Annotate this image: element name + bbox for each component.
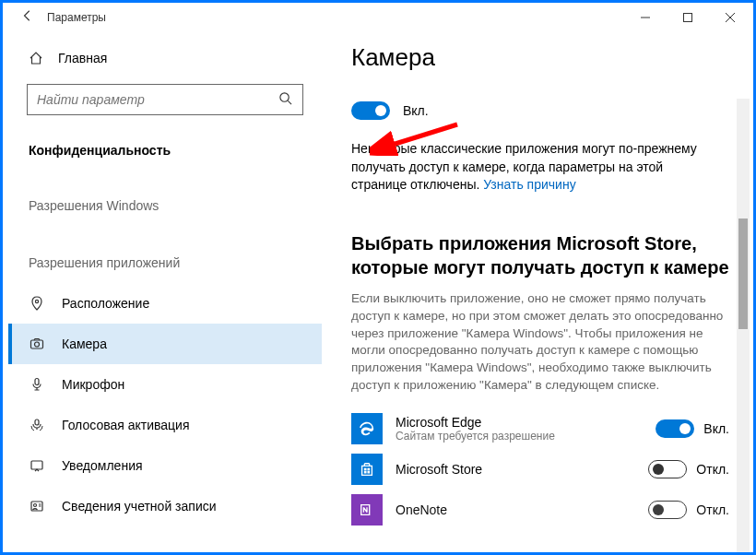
app-row-onenote: OneNote Откл. xyxy=(351,494,729,525)
camera-master-toggle[interactable] xyxy=(351,101,390,120)
app-name: OneNote xyxy=(396,502,648,517)
search-box[interactable] xyxy=(27,84,303,115)
learn-why-link[interactable]: Узнать причину xyxy=(483,177,575,192)
scrollbar[interactable] xyxy=(737,99,750,552)
sidebar-item-label: Расположение xyxy=(62,296,149,311)
svg-point-13 xyxy=(34,504,37,507)
svg-rect-11 xyxy=(31,461,42,469)
page-title: Камера xyxy=(351,43,731,72)
minimize-button[interactable] xyxy=(624,3,667,32)
apps-section-desc: Если выключить приложение, оно не сможет… xyxy=(351,290,729,395)
app-name: Microsoft Edge xyxy=(396,415,656,430)
maximize-button[interactable] xyxy=(667,3,709,32)
camera-icon xyxy=(29,337,45,351)
camera-master-toggle-label: Вкл. xyxy=(403,103,429,118)
svg-rect-15 xyxy=(367,468,370,471)
svg-point-6 xyxy=(35,300,38,302)
app-toggle-onenote[interactable] xyxy=(648,501,687,519)
notifications-icon xyxy=(29,458,45,473)
app-list: Microsoft Edge Сайтам требуется разрешен… xyxy=(351,413,729,525)
sidebar-group-windows: Разрешения Windows xyxy=(8,185,322,226)
svg-point-8 xyxy=(35,342,40,347)
home-label: Главная xyxy=(58,51,107,65)
window-title: Параметры xyxy=(47,11,106,24)
app-icon-onenote xyxy=(351,494,383,525)
notice-text: Некоторые классические приложения могут … xyxy=(351,140,720,195)
app-icon-edge xyxy=(351,413,383,444)
app-toggle-label: Вкл. xyxy=(703,421,729,436)
settings-window: Параметры Главная xyxy=(8,3,751,552)
svg-rect-7 xyxy=(31,340,43,348)
sidebar-item-location[interactable]: Расположение xyxy=(8,283,322,324)
sidebar-item-notifications[interactable]: Уведомления xyxy=(8,445,322,486)
location-icon xyxy=(29,296,45,311)
sidebar-item-label: Уведомления xyxy=(62,458,143,473)
content-panel: Камера Вкл. Некоторые классические прило… xyxy=(322,32,751,552)
app-toggle-store[interactable] xyxy=(648,460,687,478)
titlebar: Параметры xyxy=(8,3,751,32)
sidebar-group-apps: Разрешения приложений xyxy=(8,242,322,283)
svg-rect-16 xyxy=(364,471,367,474)
search-input[interactable] xyxy=(37,92,278,107)
app-row-edge: Microsoft Edge Сайтам требуется разрешен… xyxy=(351,413,729,444)
sidebar-item-microphone[interactable]: Микрофон xyxy=(8,364,322,405)
sidebar-item-label: Микрофон xyxy=(62,377,124,392)
sidebar-item-label: Сведения учетной записи xyxy=(62,499,217,514)
app-row-store: Microsoft Store Откл. xyxy=(351,454,729,485)
apps-section-title: Выбрать приложения Microsoft Store, кото… xyxy=(351,231,731,279)
sidebar-item-label: Камера xyxy=(62,337,107,351)
voice-icon xyxy=(29,418,45,432)
sidebar-item-account[interactable]: Сведения учетной записи xyxy=(8,486,322,526)
app-toggle-edge[interactable] xyxy=(656,419,694,438)
home-icon xyxy=(29,51,43,65)
back-button[interactable] xyxy=(21,9,47,26)
app-icon-store xyxy=(351,454,383,485)
sidebar-item-label: Голосовая активация xyxy=(62,418,190,432)
sidebar-item-voice[interactable]: Голосовая активация xyxy=(8,405,322,445)
app-sub: Сайтам требуется разрешение xyxy=(396,430,656,443)
search-icon xyxy=(278,91,293,109)
svg-rect-1 xyxy=(684,14,692,22)
sidebar: Главная Конфиденциальность Разрешения Wi… xyxy=(8,32,322,552)
account-icon xyxy=(29,499,45,514)
home-nav[interactable]: Главная xyxy=(8,40,322,77)
close-button[interactable] xyxy=(709,3,751,32)
svg-rect-17 xyxy=(367,471,370,474)
svg-line-5 xyxy=(288,100,291,104)
app-toggle-label: Откл. xyxy=(696,462,729,477)
svg-rect-9 xyxy=(35,379,39,385)
sidebar-item-camera[interactable]: Камера xyxy=(8,324,322,364)
app-name: Microsoft Store xyxy=(396,462,648,477)
sidebar-section: Конфиденциальность xyxy=(8,132,322,169)
microphone-icon xyxy=(29,377,45,392)
svg-point-4 xyxy=(280,92,289,100)
svg-rect-14 xyxy=(364,468,367,471)
scrollbar-thumb[interactable] xyxy=(738,218,748,329)
app-toggle-label: Откл. xyxy=(696,502,729,517)
svg-rect-10 xyxy=(35,419,39,425)
